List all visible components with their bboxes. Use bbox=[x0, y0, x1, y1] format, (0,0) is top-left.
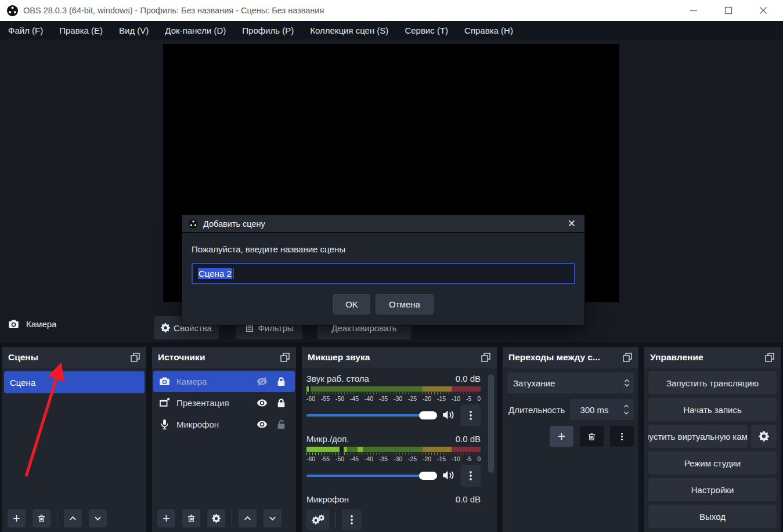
visibility-hidden-eye-slash-icon[interactable] bbox=[257, 376, 268, 387]
cancel-button[interactable]: Отмена bbox=[376, 294, 434, 314]
popout-icon[interactable] bbox=[130, 352, 140, 363]
start-streaming-button[interactable]: Запустить трансляцию bbox=[648, 371, 777, 395]
minimize-button[interactable] bbox=[689, 6, 698, 15]
advanced-audio-properties-button[interactable] bbox=[306, 509, 330, 530]
add-source-button[interactable]: + bbox=[157, 509, 175, 527]
source-label: Презентация bbox=[176, 398, 229, 408]
gear-icon bbox=[759, 431, 769, 441]
volume-slider-handle[interactable] bbox=[419, 472, 437, 480]
add-scene-dialog: Добавить сцену ✕ Пожалуйста, введите наз… bbox=[182, 215, 585, 325]
duration-label: Длительность bbox=[507, 405, 570, 415]
channel-db-value: 0.0 dB bbox=[456, 434, 481, 444]
controls-panel: Управление Запустить трансляцию Начать з… bbox=[644, 347, 781, 532]
obs-logo-icon bbox=[7, 5, 18, 16]
kebab-menu-icon bbox=[348, 515, 356, 525]
source-properties-button[interactable] bbox=[207, 509, 225, 527]
gears-icon bbox=[312, 515, 324, 525]
add-scene-button[interactable]: + bbox=[8, 509, 26, 527]
duration-spinbox[interactable]: 300 ms bbox=[570, 399, 634, 420]
chevron-up-icon bbox=[243, 514, 252, 523]
transitions-toolbar: + bbox=[507, 426, 634, 447]
popout-icon[interactable] bbox=[764, 352, 775, 363]
obs-logo-icon bbox=[189, 219, 198, 229]
volume-slider-handle[interactable] bbox=[419, 411, 437, 419]
start-recording-button[interactable]: Начать запись bbox=[648, 398, 777, 421]
speaker-icon[interactable] bbox=[442, 410, 456, 421]
menu-file[interactable]: Файл (F) bbox=[0, 21, 51, 39]
menu-view[interactable]: Вид (V) bbox=[111, 21, 157, 39]
transition-select[interactable]: Затухание bbox=[507, 372, 634, 393]
settings-button[interactable]: Настройки bbox=[648, 478, 777, 501]
popout-icon[interactable] bbox=[481, 352, 491, 363]
source-up-button[interactable] bbox=[239, 509, 257, 527]
gear-icon bbox=[212, 514, 221, 523]
start-virtual-camera-button[interactable]: Запустить виртуальную камеру bbox=[648, 425, 748, 448]
camera-icon bbox=[8, 319, 19, 330]
scene-name-input[interactable]: Сцена 2 bbox=[192, 263, 575, 284]
gear-icon bbox=[161, 323, 170, 332]
volume-slider[interactable] bbox=[306, 411, 437, 419]
source-label: Камера bbox=[176, 377, 207, 386]
menu-tools[interactable]: Сервис (T) bbox=[396, 21, 456, 39]
transitions-panel-header[interactable]: Переходы между с... bbox=[503, 347, 638, 368]
lock-closed-icon[interactable] bbox=[276, 377, 286, 386]
lock-open-icon[interactable] bbox=[276, 419, 286, 429]
maximize-button[interactable] bbox=[724, 6, 733, 15]
visibility-eye-icon[interactable] bbox=[257, 419, 268, 430]
menu-profile[interactable]: Профиль (P) bbox=[234, 21, 302, 39]
transitions-panel-title: Переходы между с... bbox=[508, 352, 600, 363]
mixer-panel-header[interactable]: Микшер звука bbox=[302, 347, 497, 368]
dialog-prompt: Пожалуйста, введите название сцены bbox=[192, 244, 575, 254]
volume-meter bbox=[306, 386, 481, 392]
dialog-close-icon[interactable]: ✕ bbox=[565, 218, 578, 230]
source-down-button[interactable] bbox=[264, 509, 282, 527]
dock-area: Сцены Сцена + bbox=[2, 347, 781, 532]
menu-docks[interactable]: Док-панели (D) bbox=[157, 21, 234, 39]
source-row-camera[interactable]: Камера bbox=[153, 371, 295, 392]
volume-slider[interactable] bbox=[306, 472, 437, 480]
speaker-icon[interactable] bbox=[442, 470, 456, 482]
menu-edit[interactable]: Правка (E) bbox=[51, 21, 111, 39]
menu-help[interactable]: Справка (H) bbox=[456, 21, 521, 39]
channel-menu-button[interactable] bbox=[461, 404, 481, 426]
mixer-scrollbar[interactable] bbox=[488, 374, 494, 473]
popout-icon[interactable] bbox=[622, 352, 633, 363]
exit-button[interactable]: Выход bbox=[648, 505, 777, 528]
spinbox-arrows-icon[interactable] bbox=[619, 399, 634, 420]
chevron-down-icon bbox=[93, 514, 102, 523]
scene-name-input-value: Сцена 2 bbox=[198, 268, 232, 279]
remove-scene-button[interactable] bbox=[33, 509, 50, 527]
menu-scene-collection[interactable]: Коллекция сцен (S) bbox=[302, 21, 396, 39]
channel-name: Микр./доп. bbox=[306, 434, 349, 444]
scene-down-button[interactable] bbox=[89, 509, 107, 527]
scene-up-button[interactable] bbox=[64, 509, 82, 527]
menubar: Файл (F) Правка (E) Вид (V) Док-панели (… bbox=[0, 21, 783, 39]
virtual-camera-config-button[interactable] bbox=[751, 425, 777, 448]
remove-transition-button[interactable] bbox=[580, 426, 604, 447]
channel-menu-button[interactable] bbox=[461, 465, 481, 487]
add-transition-button[interactable]: + bbox=[550, 426, 573, 447]
source-row-presentation[interactable]: Презентация bbox=[153, 392, 295, 414]
sources-panel-header[interactable]: Источники bbox=[152, 347, 296, 368]
source-row-microphone[interactable]: Микрофон bbox=[153, 414, 295, 435]
scenes-panel-header[interactable]: Сцены bbox=[2, 347, 146, 368]
dialog-titlebar[interactable]: Добавить сцену ✕ bbox=[182, 215, 584, 233]
plus-icon: + bbox=[558, 429, 565, 444]
visibility-eye-icon[interactable] bbox=[257, 397, 268, 408]
popout-icon[interactable] bbox=[280, 352, 290, 363]
remove-source-button[interactable] bbox=[182, 509, 200, 527]
close-button[interactable] bbox=[759, 6, 768, 15]
studio-mode-button[interactable]: Режим студии bbox=[648, 451, 777, 475]
lock-closed-icon[interactable] bbox=[276, 398, 286, 408]
volume-meter bbox=[306, 447, 481, 452]
mixer-menu-button[interactable] bbox=[342, 509, 362, 530]
select-chevrons-icon[interactable] bbox=[619, 372, 634, 393]
scene-item-label: Сцена bbox=[10, 378, 35, 388]
ok-button[interactable]: OK bbox=[333, 294, 370, 314]
transition-properties-button[interactable] bbox=[610, 426, 634, 447]
controls-panel-header[interactable]: Управление bbox=[644, 347, 781, 368]
scene-list-item[interactable]: Сцена bbox=[4, 371, 145, 393]
selected-source-label: Камера bbox=[26, 319, 56, 329]
channel-name: Звук раб. стола bbox=[306, 374, 369, 383]
channel-name: Микрофон bbox=[306, 494, 349, 504]
